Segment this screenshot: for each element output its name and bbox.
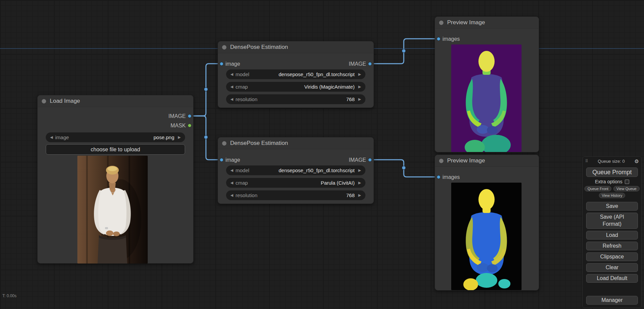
- arrow-left-icon[interactable]: ◀: [229, 72, 235, 76]
- link-midpoint-dot[interactable]: [402, 49, 406, 53]
- node-collapse-dot[interactable]: [222, 141, 226, 146]
- image-combo-widget[interactable]: ◀ image pose.png ▶: [46, 132, 185, 142]
- queue-front-button[interactable]: Queue Front: [584, 186, 611, 191]
- model-widget[interactable]: ◀ model densepose_r50_fpn_dl.torchscript…: [226, 165, 365, 175]
- cmap-widget[interactable]: ◀ cmap Parula (CivitAI) ▶: [226, 178, 365, 188]
- node-title: Preview Image: [447, 157, 485, 164]
- arrow-left-icon[interactable]: ◀: [229, 97, 235, 101]
- load-button[interactable]: Load: [586, 231, 638, 240]
- view-queue-button[interactable]: View Queue: [613, 186, 640, 191]
- node-header[interactable]: Preview Image: [435, 17, 539, 29]
- widget-label: resolution: [236, 192, 257, 198]
- arrow-right-icon[interactable]: ▶: [357, 72, 362, 76]
- node-densepose-2[interactable]: DensePose Estimation image IMAGE ◀ model…: [218, 137, 374, 204]
- drag-handle-icon[interactable]: ⠿: [585, 159, 588, 163]
- widget-value: densepose_r50_fpn_dl.torchscript: [249, 167, 355, 173]
- widget-value: 768: [257, 96, 355, 102]
- node-collapse-dot[interactable]: [439, 159, 443, 163]
- arrow-left-icon[interactable]: ◀: [229, 168, 235, 173]
- widget-value: Viridis (MagicAnimate): [248, 84, 355, 90]
- node-header[interactable]: DensePose Estimation: [218, 137, 373, 149]
- manager-button[interactable]: Manager: [586, 296, 638, 305]
- input-dot-images[interactable]: [437, 37, 440, 41]
- queue-prompt-button[interactable]: Queue Prompt: [586, 167, 638, 177]
- arrow-left-icon[interactable]: ◀: [229, 193, 235, 197]
- input-label-image: image: [225, 156, 240, 164]
- resolution-widget[interactable]: ◀ resolution 768 ▶: [226, 94, 365, 104]
- input-dot-image[interactable]: [220, 62, 223, 66]
- widget-label: image: [55, 134, 69, 140]
- clear-button[interactable]: Clear: [586, 263, 638, 272]
- arrow-right-icon[interactable]: ▶: [357, 193, 362, 197]
- queue-menu-header[interactable]: ⠿ Queue size: 0 ⚙: [583, 157, 641, 165]
- node-collapse-dot[interactable]: [439, 21, 443, 25]
- choose-file-button[interactable]: choose file to upload: [46, 144, 185, 155]
- node-header[interactable]: Load Image: [38, 95, 193, 107]
- arrow-left-icon[interactable]: ◀: [229, 181, 235, 185]
- canvas-stats: T: 0.00s I: 0 N: 5 [5] V: 34 FPS:59.52: [2, 283, 22, 309]
- extra-options-checkbox[interactable]: [625, 180, 629, 184]
- output-dot-mask[interactable]: [188, 124, 191, 127]
- save-api-format-button[interactable]: Save (API Format): [586, 213, 638, 229]
- node-title: DensePose Estimation: [230, 44, 288, 51]
- output-dot-image[interactable]: [188, 114, 191, 118]
- node-header[interactable]: DensePose Estimation: [218, 41, 373, 53]
- output-dot-image[interactable]: [368, 62, 372, 66]
- node-title: Load Image: [50, 98, 80, 104]
- widget-label: cmap: [236, 180, 248, 186]
- input-label-images: images: [442, 173, 460, 181]
- queue-size-label: Queue size: 0: [588, 159, 635, 164]
- cmap-widget[interactable]: ◀ cmap Viridis (MagicAnimate) ▶: [226, 82, 365, 92]
- node-densepose-1[interactable]: DensePose Estimation image IMAGE ◀ model…: [218, 41, 374, 108]
- arrow-left-icon[interactable]: ◀: [49, 135, 54, 140]
- input-label-image: image: [225, 60, 240, 68]
- view-history-button[interactable]: View History: [599, 193, 625, 198]
- arrow-right-icon[interactable]: ▶: [357, 181, 362, 185]
- node-title: DensePose Estimation: [230, 140, 288, 147]
- output-dot-image[interactable]: [368, 158, 372, 162]
- extra-options-label: Extra options: [595, 179, 622, 184]
- widget-label: cmap: [236, 84, 248, 90]
- queue-menu-panel[interactable]: ⠿ Queue size: 0 ⚙ Queue Prompt Extra opt…: [582, 156, 642, 308]
- node-collapse-dot[interactable]: [42, 99, 46, 103]
- arrow-right-icon[interactable]: ▶: [357, 85, 362, 89]
- output-label-image: IMAGE: [349, 156, 366, 164]
- widget-value: Parula (CivitAI): [248, 180, 355, 186]
- node-collapse-dot[interactable]: [222, 45, 226, 50]
- clipspace-button[interactable]: Clipspace: [586, 252, 638, 261]
- node-header[interactable]: Preview Image: [435, 155, 539, 167]
- output-label-mask: MASK: [171, 122, 186, 130]
- gear-icon[interactable]: ⚙: [635, 159, 639, 164]
- resolution-widget[interactable]: ◀ resolution 768 ▶: [226, 190, 365, 200]
- link-midpoint-dot[interactable]: [204, 88, 208, 91]
- input-label-images: images: [442, 35, 460, 43]
- stat-line: T: 0.00s: [2, 293, 22, 299]
- node-title: Preview Image: [447, 19, 485, 26]
- widget-label: resolution: [236, 96, 257, 102]
- arrow-right-icon[interactable]: ▶: [357, 168, 362, 173]
- node-load-image[interactable]: Load Image IMAGE MASK ◀ image pose.png ▶…: [37, 95, 193, 264]
- widget-value: 768: [257, 192, 355, 198]
- densepose-parula-figure: [451, 183, 522, 290]
- output-label-image: IMAGE: [349, 60, 366, 68]
- densepose-parula-preview: [451, 183, 522, 290]
- photo-man-white-shirt: [77, 156, 148, 264]
- widget-value: densepose_r50_fpn_dl.torchscript: [249, 71, 355, 77]
- arrow-right-icon[interactable]: ▶: [357, 97, 362, 101]
- link-midpoint-dot[interactable]: [204, 135, 208, 139]
- input-dot-image[interactable]: [220, 158, 223, 162]
- graph-canvas[interactable]: Load Image IMAGE MASK ◀ image pose.png ▶…: [0, 0, 644, 309]
- node-preview-image-2[interactable]: Preview Image images: [435, 155, 539, 290]
- model-widget[interactable]: ◀ model densepose_r50_fpn_dl.torchscript…: [226, 69, 365, 79]
- input-dot-images[interactable]: [437, 175, 440, 179]
- save-button[interactable]: Save: [586, 202, 638, 211]
- load-default-button[interactable]: Load Default: [586, 274, 638, 283]
- refresh-button[interactable]: Refresh: [586, 242, 638, 250]
- node-preview-image-1[interactable]: Preview Image images: [435, 17, 539, 152]
- link-midpoint-dot[interactable]: [402, 166, 406, 170]
- output-label-image: IMAGE: [168, 112, 186, 120]
- widget-label: model: [236, 71, 249, 77]
- arrow-left-icon[interactable]: ◀: [229, 85, 235, 89]
- arrow-right-icon[interactable]: ▶: [177, 135, 182, 140]
- loaded-photo-preview: [77, 156, 148, 264]
